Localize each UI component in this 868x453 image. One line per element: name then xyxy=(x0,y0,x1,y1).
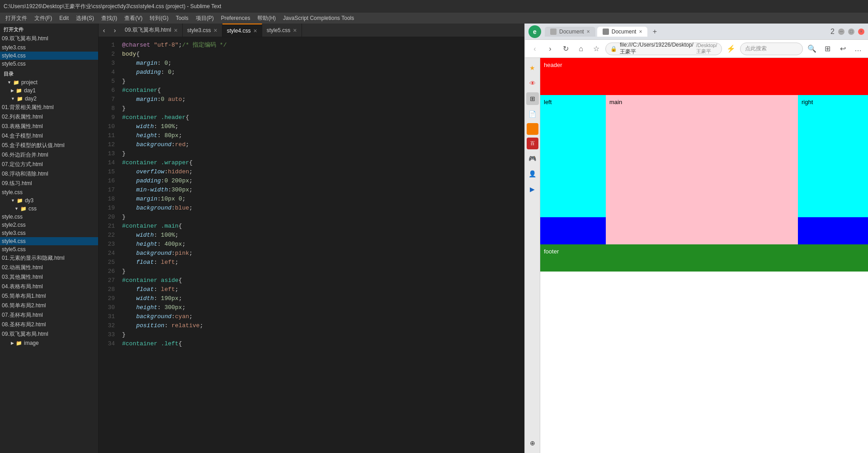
file-show-hide[interactable]: 01.元素的显示和隐藏.html xyxy=(0,253,98,263)
folder-dy3[interactable]: ▼ 📁 dy3 xyxy=(0,196,98,205)
browser-new-tab-btn[interactable]: + xyxy=(649,26,660,37)
open-file-style3[interactable]: style3.css xyxy=(0,43,98,52)
file-style1[interactable]: style.css xyxy=(0,213,98,221)
tab-style4-close[interactable]: × xyxy=(253,27,257,34)
sidebar: 打开文件 09.双飞翼布局.html style3.css style4.css… xyxy=(0,24,99,453)
menu-tools[interactable]: Tools xyxy=(172,14,192,22)
file-simple1[interactable]: 05.简单布局1.html xyxy=(0,291,98,301)
menu-select[interactable]: 选择(S) xyxy=(72,14,98,23)
browser-tab-1-close[interactable]: × xyxy=(587,29,590,35)
folder-day1-label: day1 xyxy=(24,87,36,94)
menu-file[interactable]: 文件(F) xyxy=(31,14,56,23)
tab-style5[interactable]: style5.css × xyxy=(262,24,302,37)
menu-view[interactable]: 查看(V) xyxy=(121,14,146,23)
code-editor[interactable]: 1 @charset "utf-8";/* 指定编码 */ 2 body{ 3 … xyxy=(99,37,524,453)
menu-goto[interactable]: 转到(G) xyxy=(146,14,172,23)
tab-prev-btn[interactable]: ‹ xyxy=(99,24,109,37)
file-position[interactable]: 07.定位方式.html xyxy=(0,160,98,169)
browser-search-btn[interactable]: 🔍 xyxy=(806,43,818,55)
file-margin[interactable]: 06.外边距合并.html xyxy=(0,150,98,160)
tab-next-btn[interactable]: › xyxy=(109,24,120,37)
browser-back-btn[interactable]: ‹ xyxy=(528,43,541,55)
browser-star-btn[interactable]: ☆ xyxy=(590,43,603,55)
browser-more-btn[interactable]: … xyxy=(852,43,864,55)
browser-tab-1[interactable]: Document × xyxy=(545,27,595,37)
menu-edit[interactable]: Edit xyxy=(56,14,72,22)
file-box-default[interactable]: 05.盒子模型的默认值.html xyxy=(0,141,98,150)
browser-badge[interactable]: 2 xyxy=(830,28,835,36)
file-bg[interactable]: 01.背景相关属性.html xyxy=(0,103,98,112)
menu-help[interactable]: 帮助(H) xyxy=(254,14,279,23)
folder-day2-label: day2 xyxy=(25,95,37,102)
tab-style3-close[interactable]: × xyxy=(214,27,217,34)
folder-dy3-css[interactable]: ▼ 📁 css xyxy=(0,205,98,213)
bs-icon-red[interactable]: 百 xyxy=(527,138,538,149)
browser-lightning-btn[interactable]: ⚡ xyxy=(725,43,737,55)
menu-open[interactable]: 打开文件 xyxy=(2,14,31,23)
file-other[interactable]: 03.其他属性.html xyxy=(0,272,98,282)
bs-icon-favorites[interactable]: ★ xyxy=(526,62,539,74)
tab-html-close[interactable]: × xyxy=(174,27,178,34)
menu-project[interactable]: 项目(P) xyxy=(192,14,217,23)
file-style3-tree[interactable]: style3.css xyxy=(0,229,98,237)
browser-home-btn[interactable]: ⌂ xyxy=(575,43,587,55)
bs-icon-arrow[interactable]: ▶ xyxy=(526,183,539,196)
tab-style3[interactable]: style3.css × xyxy=(183,24,222,37)
bs-icon-avatar[interactable]: 👤 xyxy=(526,167,539,180)
browser-minimize-btn[interactable]: ─ xyxy=(838,29,844,35)
browser-tab-2[interactable]: Document × xyxy=(597,27,648,37)
bs-icon-game[interactable]: 🎮 xyxy=(526,152,539,165)
file-double-wing[interactable]: 09.双飞翼布局.html xyxy=(0,329,98,339)
tab-style5-close[interactable]: × xyxy=(293,27,297,34)
file-style4-tree[interactable]: style4.css xyxy=(0,237,98,245)
bs-icon-doc[interactable]: 📄 xyxy=(526,108,539,120)
arrow-day1: ▶ xyxy=(11,88,14,93)
folder-image[interactable]: ▶ 📁 image xyxy=(0,339,98,347)
file-box[interactable]: 04.盒子模型.html xyxy=(0,131,98,141)
file-table[interactable]: 03.表格属性.html xyxy=(0,122,98,131)
style5-file-label: style5.css xyxy=(2,61,26,67)
preview-left: left xyxy=(540,95,606,244)
browser-layout-btn[interactable]: ⊞ xyxy=(821,43,834,55)
file-list[interactable]: 02.列表属性.html xyxy=(0,112,98,122)
folder-project[interactable]: ▼ 📁 project xyxy=(0,78,98,86)
browser-search-bar[interactable]: 点此搜索 xyxy=(740,43,803,55)
open-file-style4[interactable]: style4.css xyxy=(0,52,98,60)
browser-viewport[interactable]: header left main right xyxy=(540,58,868,453)
file-style5-tree[interactable]: style5.css xyxy=(0,245,98,253)
bs-icon-eye[interactable]: 👁 xyxy=(526,77,539,90)
file-table-layout[interactable]: 04.表格布局.html xyxy=(0,282,98,291)
open-file-style5[interactable]: style5.css xyxy=(0,60,98,68)
open-file-html[interactable]: 09.双飞翼布局.html xyxy=(0,34,98,43)
file-style2[interactable]: style2.css xyxy=(0,221,98,229)
secure-icon: 🔒 xyxy=(610,46,617,52)
menu-js[interactable]: JavaScript Completions Tools xyxy=(279,14,358,22)
main-area: 打开文件 09.双飞翼布局.html style3.css style4.css… xyxy=(0,24,868,453)
file-stylecss[interactable]: style.css xyxy=(0,188,98,196)
browser-close-btn[interactable]: × xyxy=(858,29,864,35)
bs-icon-grid[interactable]: ⊞ xyxy=(526,92,539,105)
file-animation[interactable]: 02.动画属性.html xyxy=(0,263,98,272)
browser-undo-btn[interactable]: ↩ xyxy=(836,43,849,55)
folder-day1[interactable]: ▶ 📁 day1 xyxy=(0,86,98,95)
browser-maximize-btn[interactable]: □ xyxy=(848,29,854,35)
arrow-dy3-css: ▼ xyxy=(14,206,19,211)
file-float[interactable]: 08.浮动和清除.html xyxy=(0,169,98,179)
browser-refresh-btn[interactable]: ↻ xyxy=(559,43,572,55)
tab-style4[interactable]: style4.css × xyxy=(222,24,262,37)
tab-html[interactable]: 09.双飞翼布局.html × xyxy=(120,24,183,37)
menu-preferences[interactable]: Preferences xyxy=(217,14,254,22)
browser-tab-2-close[interactable]: × xyxy=(639,29,642,35)
file-holy-grail[interactable]: 07.圣杯布局.html xyxy=(0,310,98,320)
file-holy-grail2[interactable]: 08.圣杯布局2.html xyxy=(0,320,98,329)
preview-header-label: header xyxy=(544,62,562,68)
bs-icon-bottom[interactable]: ⊕ xyxy=(526,437,539,449)
file-simple2[interactable]: 06.简单布局2.html xyxy=(0,301,98,310)
menu-find[interactable]: 查找(I) xyxy=(98,14,121,23)
browser-forward-btn[interactable]: › xyxy=(544,43,557,55)
folder-day2[interactable]: ▼ 📁 day2 xyxy=(0,95,98,103)
code-line-23: 23 height: 400px; xyxy=(99,240,524,249)
file-practice[interactable]: 09.练习.html xyxy=(0,179,98,188)
bs-icon-orange[interactable] xyxy=(527,123,538,135)
browser-address-bar[interactable]: 🔒 file:///C:/Users/19226/Desktop/王豪平 /De… xyxy=(605,43,722,55)
